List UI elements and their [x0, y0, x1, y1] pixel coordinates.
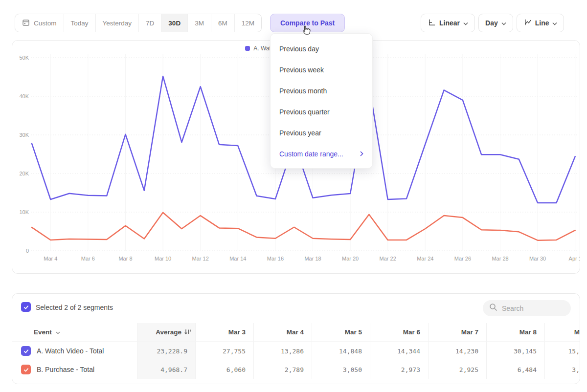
range-30d[interactable]: 30D	[161, 14, 187, 32]
series-line-b-purchase	[32, 213, 575, 240]
event-label: B. Purchase - Total	[37, 366, 94, 373]
x-tick-label: Mar 4	[44, 256, 57, 261]
interval-dropdown[interactable]: Day	[478, 14, 513, 32]
chevron-down-icon	[463, 19, 468, 27]
chevron-right-icon	[360, 150, 363, 158]
col-header-mar-4[interactable]: Mar 4	[254, 323, 312, 342]
table-cell: 3,050	[312, 360, 370, 379]
y-tick-label: 40K	[19, 93, 29, 99]
legend-swatch	[245, 46, 250, 51]
col-header-mar-5[interactable]: Mar 5	[312, 323, 370, 342]
range-6m[interactable]: 6M	[211, 14, 234, 32]
x-tick-label: Mar 14	[229, 256, 246, 261]
table-cell: 6,484	[487, 360, 545, 379]
search-icon	[489, 303, 497, 313]
y-tick-label: 0	[26, 248, 29, 254]
x-tick-label: Mar 10	[155, 256, 171, 261]
range-today[interactable]: Today	[64, 14, 95, 32]
chart-type-dropdown[interactable]: Line	[517, 14, 564, 32]
event-label: A. Watch Video - Total	[37, 347, 104, 355]
table-cell: 14,848	[312, 342, 370, 360]
menu-item-previous-year[interactable]: Previous year	[271, 122, 372, 143]
y-tick-label: 30K	[19, 132, 29, 138]
menu-item-custom-date-range[interactable]: Custom date range...	[271, 143, 372, 164]
table-cell: 4,968.7	[137, 360, 196, 379]
col-header-mar-7[interactable]: Mar 7	[429, 323, 487, 342]
table-row-event: A. Watch Video - Total	[12, 342, 137, 360]
range-7d[interactable]: 7D	[138, 14, 161, 32]
col-header-mar-6[interactable]: Mar 6	[370, 323, 429, 342]
table-cell: 3,	[545, 360, 580, 379]
table-row-event: B. Purchase - Total	[12, 360, 137, 379]
menu-item-previous-week[interactable]: Previous week	[271, 59, 372, 80]
range-12m[interactable]: 12M	[234, 14, 261, 32]
linear-scale-icon	[428, 18, 436, 28]
table-cell: 15,	[545, 342, 580, 360]
calendar-icon	[22, 19, 30, 28]
x-tick-label: Mar 8	[118, 256, 132, 261]
x-tick-label: Mar 18	[304, 256, 321, 261]
date-range-group: CustomTodayYesterday7D30D3M6M12M	[15, 14, 262, 32]
selected-segments-label: Selected 2 of 2 segments	[36, 304, 113, 311]
x-tick-label: Mar 20	[342, 256, 359, 261]
x-tick-label: Mar 26	[454, 256, 471, 261]
search-box	[483, 300, 571, 316]
x-tick-label: Mar 12	[192, 256, 209, 261]
segments-table: EventAverageMar 3Mar 4Mar 5Mar 6Mar 7Mar…	[12, 323, 580, 379]
col-header-mar-8[interactable]: Mar 8	[487, 323, 545, 342]
row-checkbox[interactable]	[21, 346, 31, 356]
x-tick-label: Mar 28	[492, 256, 508, 261]
search-input[interactable]	[502, 305, 565, 312]
hand-cursor-icon	[300, 24, 312, 39]
table-cell: 27,755	[196, 342, 254, 360]
analytics-report-page: CustomTodayYesterday7D30D3M6M12M Compare…	[0, 0, 587, 392]
col-header-average[interactable]: Average	[137, 323, 196, 342]
range-yesterday[interactable]: Yesterday	[95, 14, 139, 32]
chevron-down-icon	[501, 19, 506, 27]
table-cell: 2,789	[254, 360, 312, 379]
col-header-m[interactable]: M	[545, 323, 580, 342]
compare-menu: Previous dayPrevious weekPrevious monthP…	[270, 33, 373, 169]
x-tick-label: Mar 30	[529, 256, 546, 261]
x-tick-label: Mar 22	[380, 256, 396, 261]
table-cell: 14,344	[370, 342, 429, 360]
table-cell: 23,228.9	[137, 342, 196, 360]
line-chart-icon	[523, 18, 532, 28]
x-tick-label: Mar 24	[417, 256, 433, 261]
y-tick-label: 50K	[19, 55, 29, 61]
row-checkbox[interactable]	[21, 365, 31, 374]
select-all-checkbox[interactable]	[21, 302, 31, 312]
y-tick-label: 10K	[19, 209, 29, 215]
chevron-down-icon	[552, 19, 557, 27]
x-tick-label: Apr 1	[569, 256, 580, 261]
menu-item-previous-day[interactable]: Previous day	[271, 38, 372, 59]
table-cell: 2,973	[370, 360, 429, 379]
col-header-event[interactable]: Event	[12, 323, 137, 342]
segments-table-card: Selected 2 of 2 segments EventAverageMar…	[12, 293, 580, 384]
x-tick-label: Mar 6	[81, 256, 95, 261]
table-cell: 14,230	[429, 342, 487, 360]
table-cell: 2,925	[429, 360, 487, 379]
menu-item-previous-quarter[interactable]: Previous quarter	[271, 101, 372, 122]
table-cell: 13,286	[254, 342, 312, 360]
range-custom[interactable]: Custom	[15, 14, 64, 32]
chart-controls: Linear Day Line	[421, 14, 564, 32]
table-cell: 6,060	[196, 360, 254, 379]
table-cell: 30,145	[487, 342, 545, 360]
x-tick-label: Mar 16	[267, 256, 284, 261]
chevron-down-icon	[56, 328, 60, 336]
y-tick-label: 20K	[19, 171, 29, 176]
range-3m[interactable]: 3M	[187, 14, 211, 32]
sort-descending-icon	[184, 328, 191, 337]
menu-item-previous-month[interactable]: Previous month	[271, 80, 372, 101]
scale-dropdown[interactable]: Linear	[421, 14, 475, 32]
col-header-mar-3[interactable]: Mar 3	[196, 323, 254, 342]
